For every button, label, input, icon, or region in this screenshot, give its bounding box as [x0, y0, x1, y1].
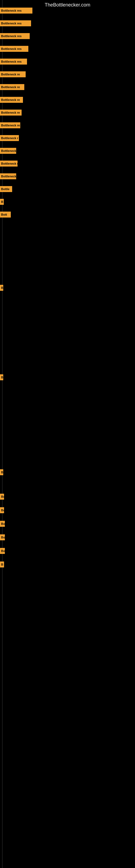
bar-label: Bottleneck res	[0, 33, 30, 39]
bar-label: Bottleneck re	[0, 84, 24, 90]
bar-label: B	[0, 199, 4, 205]
bar-label: Bo	[0, 507, 4, 513]
bar-label: Bott	[0, 212, 11, 218]
bar-label: Bottleneck res	[0, 59, 27, 65]
bar-item: Bottleneck res	[0, 59, 27, 65]
bar-label: Bott	[0, 548, 5, 554]
bar-item: Bottleneck re	[0, 71, 26, 77]
bar-label: Bottleneck re	[0, 110, 21, 116]
bar-item: Bottleneck c	[0, 161, 17, 166]
vertical-line	[2, 0, 2, 868]
bar-item: Bottleneck re	[0, 122, 20, 128]
bar-item: Bott	[0, 548, 5, 554]
bar-label: Bottle	[0, 186, 12, 192]
bar-item: B	[0, 199, 4, 205]
bar-item: Bottleneck res	[0, 33, 30, 39]
bar-label: B	[0, 469, 3, 475]
bar-label: Bottleneck res	[0, 20, 31, 26]
bar-item: Bottleneck res	[0, 20, 31, 26]
bar-item: Bo	[0, 494, 4, 500]
bar-item: Bottleneck	[0, 173, 16, 179]
bar-label: Bottleneck res	[0, 46, 28, 52]
bar-label: Bottleneck c	[0, 161, 17, 166]
bar-item: Bottleneck res	[0, 8, 32, 13]
bar-label: Bo	[0, 494, 4, 500]
bar-item: Bottleneck re	[0, 110, 21, 116]
bar-label: B	[0, 374, 3, 380]
bar-item: B	[0, 469, 3, 475]
bar-item: Bottle	[0, 186, 12, 192]
bar-item: Bott	[0, 212, 11, 218]
bar-label: Bottleneck re	[0, 71, 26, 77]
bar-item: Bottleneck r	[0, 135, 19, 141]
bar-item: Bot	[0, 521, 5, 527]
bar-item: Bottleneck re	[0, 97, 23, 103]
bar-label: B	[0, 285, 3, 291]
bar-label: Bottleneck res	[0, 8, 32, 13]
bar-label: Bot	[0, 521, 5, 527]
bar-item: Bottleneck re	[0, 84, 24, 90]
bar-label: Bott	[0, 534, 5, 540]
bar-item: Bott	[0, 534, 5, 540]
bar-label: Bottleneck re	[0, 122, 20, 128]
bar-label: B	[0, 561, 4, 567]
bar-item: B	[0, 285, 3, 291]
bar-item: Bottleneck res	[0, 46, 28, 52]
bar-item: Bottleneck	[0, 148, 16, 154]
bar-label: Bottleneck	[0, 148, 16, 154]
bar-label: Bottleneck r	[0, 135, 19, 141]
bar-item: B	[0, 561, 4, 567]
bar-item: B	[0, 374, 3, 380]
bar-label: Bottleneck	[0, 173, 16, 179]
bar-label: Bottleneck re	[0, 97, 23, 103]
bar-item: Bo	[0, 507, 4, 513]
